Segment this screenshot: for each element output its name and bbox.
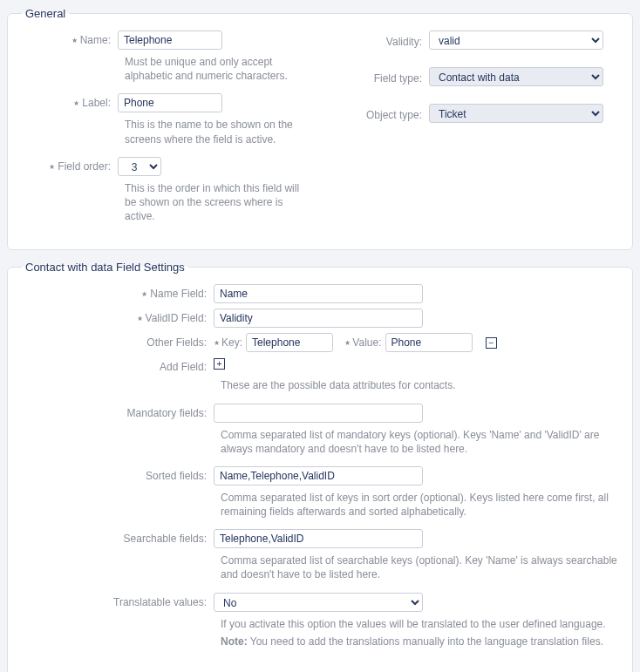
mandatory-help: Comma separated list of mandatory keys (… [22,428,618,456]
general-legend: General [22,7,69,20]
sorted-help: Comma separated list of keys in sort ord… [22,491,618,519]
label-input[interactable] [118,93,222,112]
add-field-icon[interactable]: + [214,358,225,370]
name-help: Must be unique and only accept alphabeti… [22,55,307,83]
validity-select[interactable]: valid [429,31,603,50]
key-sublabel: Key: [214,336,242,349]
general-panel: General Name: Must be unique and only ac… [7,7,633,250]
mandatory-label: Mandatory fields: [22,404,214,419]
name-label: Name: [22,31,118,46]
fieldorder-help: This is the order in which this field wi… [22,181,307,224]
addfield-help: These are the possible data attributes f… [22,378,618,392]
valididfield-label: ValidID Field: [22,309,214,324]
key-input[interactable] [246,333,333,352]
value-sublabel: Value: [344,336,381,349]
objecttype-select[interactable]: Ticket [429,104,603,123]
fieldorder-select[interactable]: 3 [118,157,161,176]
note-label: Note: [221,635,248,648]
sorted-label: Sorted fields: [22,466,214,482]
namefield-input[interactable] [214,284,423,303]
namefield-label: Name Field: [22,284,214,300]
name-input[interactable] [118,31,222,50]
translatable-help2-text: You need to add the translations manuall… [248,635,603,648]
valididfield-input[interactable] [214,309,423,328]
otherfields-label: Other Fields: [22,333,214,349]
translatable-help1: If you activate this option the values w… [22,617,618,631]
settings-legend: Contact with data Field Settings [22,261,188,274]
settings-panel: Contact with data Field Settings Name Fi… [7,261,633,672]
translatable-select[interactable]: No [214,593,423,612]
mandatory-input[interactable] [214,404,423,423]
value-input[interactable] [385,333,473,352]
fieldorder-label: Field order: [22,157,118,173]
fieldtype-select[interactable]: Contact with data [429,67,603,86]
remove-field-icon[interactable]: − [486,337,497,349]
objecttype-label: Object type: [333,105,429,121]
label-label: Label: [22,93,118,109]
fieldtype-label: Field type: [333,69,429,85]
searchable-input[interactable] [214,529,423,548]
label-help: This is the name to be shown on the scre… [22,118,307,146]
translatable-label: Translatable values: [22,593,214,608]
searchable-help: Comma separated list of searchable keys … [22,553,618,581]
searchable-label: Searchable fields: [22,529,214,545]
translatable-help2: Note: You need to add the translations m… [22,635,618,648]
validity-label: Validity: [333,32,429,48]
sorted-input[interactable] [214,466,423,485]
addfield-label: Add Field: [22,357,214,373]
